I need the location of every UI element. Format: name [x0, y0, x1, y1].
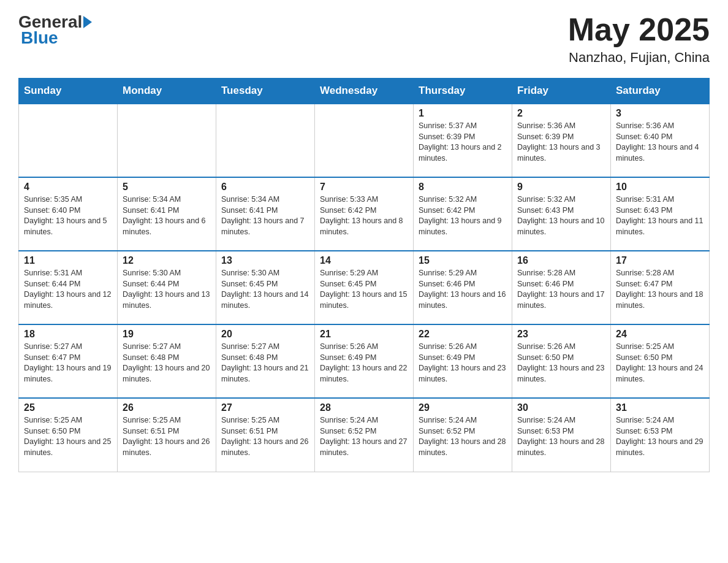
day-number: 26	[123, 402, 211, 413]
day-info: Sunrise: 5:24 AM Sunset: 6:53 PM Dayligh…	[616, 415, 704, 458]
calendar-cell: 16Sunrise: 5:28 AM Sunset: 6:46 PM Dayli…	[512, 251, 611, 324]
day-number: 6	[221, 182, 309, 193]
calendar-table: SundayMondayTuesdayWednesdayThursdayFrid…	[18, 78, 710, 472]
day-info: Sunrise: 5:24 AM Sunset: 6:52 PM Dayligh…	[419, 415, 507, 458]
day-info: Sunrise: 5:36 AM Sunset: 6:40 PM Dayligh…	[616, 121, 704, 164]
day-info: Sunrise: 5:31 AM Sunset: 6:43 PM Dayligh…	[616, 194, 704, 237]
day-info: Sunrise: 5:29 AM Sunset: 6:45 PM Dayligh…	[320, 268, 408, 311]
day-number: 22	[419, 329, 507, 340]
day-number: 4	[24, 182, 112, 193]
calendar-cell: 7Sunrise: 5:33 AM Sunset: 6:42 PM Daylig…	[315, 177, 414, 251]
header-cell-sunday: Sunday	[19, 79, 118, 104]
calendar-cell: 26Sunrise: 5:25 AM Sunset: 6:51 PM Dayli…	[118, 398, 216, 472]
day-number: 5	[123, 182, 211, 193]
day-info: Sunrise: 5:26 AM Sunset: 6:50 PM Dayligh…	[517, 342, 605, 385]
day-number: 19	[123, 329, 211, 340]
day-number: 25	[24, 402, 112, 413]
calendar-cell: 25Sunrise: 5:25 AM Sunset: 6:50 PM Dayli…	[19, 398, 118, 472]
day-info: Sunrise: 5:28 AM Sunset: 6:47 PM Dayligh…	[616, 268, 704, 311]
calendar-week-row: 4Sunrise: 5:35 AM Sunset: 6:40 PM Daylig…	[19, 177, 710, 251]
day-number: 27	[221, 402, 309, 413]
day-info: Sunrise: 5:34 AM Sunset: 6:41 PM Dayligh…	[221, 194, 309, 237]
day-number: 11	[24, 255, 112, 266]
logo: General Blue	[18, 12, 93, 48]
day-info: Sunrise: 5:36 AM Sunset: 6:39 PM Dayligh…	[517, 121, 605, 164]
day-info: Sunrise: 5:26 AM Sunset: 6:49 PM Dayligh…	[419, 342, 507, 385]
calendar-cell: 13Sunrise: 5:30 AM Sunset: 6:45 PM Dayli…	[216, 251, 315, 324]
calendar-cell	[315, 104, 414, 177]
calendar-cell	[118, 104, 216, 177]
title-block: May 2025 Nanzhao, Fujian, China	[568, 12, 710, 66]
day-number: 21	[320, 329, 408, 340]
day-info: Sunrise: 5:30 AM Sunset: 6:44 PM Dayligh…	[123, 268, 211, 311]
calendar-cell: 19Sunrise: 5:27 AM Sunset: 6:48 PM Dayli…	[118, 324, 216, 398]
day-number: 1	[419, 108, 507, 119]
day-number: 15	[419, 255, 507, 266]
header-cell-thursday: Thursday	[414, 79, 512, 104]
day-number: 7	[320, 182, 408, 193]
day-info: Sunrise: 5:24 AM Sunset: 6:53 PM Dayligh…	[517, 415, 605, 458]
day-info: Sunrise: 5:30 AM Sunset: 6:45 PM Dayligh…	[221, 268, 309, 311]
calendar-cell: 20Sunrise: 5:27 AM Sunset: 6:48 PM Dayli…	[216, 324, 315, 398]
header-cell-tuesday: Tuesday	[216, 79, 315, 104]
day-number: 29	[419, 402, 507, 413]
calendar-cell: 27Sunrise: 5:25 AM Sunset: 6:51 PM Dayli…	[216, 398, 315, 472]
day-info: Sunrise: 5:27 AM Sunset: 6:47 PM Dayligh…	[24, 342, 112, 385]
calendar-cell: 30Sunrise: 5:24 AM Sunset: 6:53 PM Dayli…	[512, 398, 611, 472]
header-cell-saturday: Saturday	[611, 79, 710, 104]
calendar-cell: 15Sunrise: 5:29 AM Sunset: 6:46 PM Dayli…	[414, 251, 512, 324]
day-info: Sunrise: 5:35 AM Sunset: 6:40 PM Dayligh…	[24, 194, 112, 237]
calendar-cell: 6Sunrise: 5:34 AM Sunset: 6:41 PM Daylig…	[216, 177, 315, 251]
calendar-week-row: 18Sunrise: 5:27 AM Sunset: 6:47 PM Dayli…	[19, 324, 710, 398]
day-info: Sunrise: 5:32 AM Sunset: 6:42 PM Dayligh…	[419, 194, 507, 237]
month-year-title: May 2025	[568, 12, 710, 47]
day-number: 24	[616, 329, 704, 340]
day-info: Sunrise: 5:32 AM Sunset: 6:43 PM Dayligh…	[517, 194, 605, 237]
calendar-cell: 5Sunrise: 5:34 AM Sunset: 6:41 PM Daylig…	[118, 177, 216, 251]
day-info: Sunrise: 5:33 AM Sunset: 6:42 PM Dayligh…	[320, 194, 408, 237]
day-number: 20	[221, 329, 309, 340]
calendar-cell: 12Sunrise: 5:30 AM Sunset: 6:44 PM Dayli…	[118, 251, 216, 324]
location-subtitle: Nanzhao, Fujian, China	[568, 50, 710, 66]
calendar-cell: 22Sunrise: 5:26 AM Sunset: 6:49 PM Dayli…	[414, 324, 512, 398]
calendar-cell: 3Sunrise: 5:36 AM Sunset: 6:40 PM Daylig…	[611, 104, 710, 177]
day-number: 16	[517, 255, 605, 266]
calendar-cell: 1Sunrise: 5:37 AM Sunset: 6:39 PM Daylig…	[414, 104, 512, 177]
calendar-cell: 11Sunrise: 5:31 AM Sunset: 6:44 PM Dayli…	[19, 251, 118, 324]
calendar-cell: 2Sunrise: 5:36 AM Sunset: 6:39 PM Daylig…	[512, 104, 611, 177]
day-info: Sunrise: 5:24 AM Sunset: 6:52 PM Dayligh…	[320, 415, 408, 458]
calendar-cell: 10Sunrise: 5:31 AM Sunset: 6:43 PM Dayli…	[611, 177, 710, 251]
calendar-cell: 14Sunrise: 5:29 AM Sunset: 6:45 PM Dayli…	[315, 251, 414, 324]
header-cell-wednesday: Wednesday	[315, 79, 414, 104]
day-info: Sunrise: 5:29 AM Sunset: 6:46 PM Dayligh…	[419, 268, 507, 311]
day-number: 18	[24, 329, 112, 340]
day-info: Sunrise: 5:27 AM Sunset: 6:48 PM Dayligh…	[221, 342, 309, 385]
calendar-cell: 21Sunrise: 5:26 AM Sunset: 6:49 PM Dayli…	[315, 324, 414, 398]
calendar-body: 1Sunrise: 5:37 AM Sunset: 6:39 PM Daylig…	[19, 104, 710, 472]
header-row: SundayMondayTuesdayWednesdayThursdayFrid…	[19, 79, 710, 104]
day-info: Sunrise: 5:34 AM Sunset: 6:41 PM Dayligh…	[123, 194, 211, 237]
day-number: 14	[320, 255, 408, 266]
calendar-cell: 29Sunrise: 5:24 AM Sunset: 6:52 PM Dayli…	[414, 398, 512, 472]
day-info: Sunrise: 5:25 AM Sunset: 6:50 PM Dayligh…	[24, 415, 112, 458]
calendar-week-row: 11Sunrise: 5:31 AM Sunset: 6:44 PM Dayli…	[19, 251, 710, 324]
day-number: 31	[616, 402, 704, 413]
calendar-cell: 23Sunrise: 5:26 AM Sunset: 6:50 PM Dayli…	[512, 324, 611, 398]
header-cell-friday: Friday	[512, 79, 611, 104]
day-number: 8	[419, 182, 507, 193]
calendar-header: SundayMondayTuesdayWednesdayThursdayFrid…	[19, 79, 710, 104]
header-cell-monday: Monday	[118, 79, 216, 104]
day-number: 3	[616, 108, 704, 119]
day-number: 17	[616, 255, 704, 266]
day-info: Sunrise: 5:26 AM Sunset: 6:49 PM Dayligh…	[320, 342, 408, 385]
logo-blue: Blue	[21, 28, 58, 48]
calendar-cell: 24Sunrise: 5:25 AM Sunset: 6:50 PM Dayli…	[611, 324, 710, 398]
calendar-cell: 28Sunrise: 5:24 AM Sunset: 6:52 PM Dayli…	[315, 398, 414, 472]
day-info: Sunrise: 5:25 AM Sunset: 6:50 PM Dayligh…	[616, 342, 704, 385]
day-info: Sunrise: 5:28 AM Sunset: 6:46 PM Dayligh…	[517, 268, 605, 311]
calendar-week-row: 25Sunrise: 5:25 AM Sunset: 6:50 PM Dayli…	[19, 398, 710, 472]
day-info: Sunrise: 5:37 AM Sunset: 6:39 PM Dayligh…	[419, 121, 507, 164]
calendar-cell	[19, 104, 118, 177]
day-info: Sunrise: 5:31 AM Sunset: 6:44 PM Dayligh…	[24, 268, 112, 311]
day-number: 30	[517, 402, 605, 413]
